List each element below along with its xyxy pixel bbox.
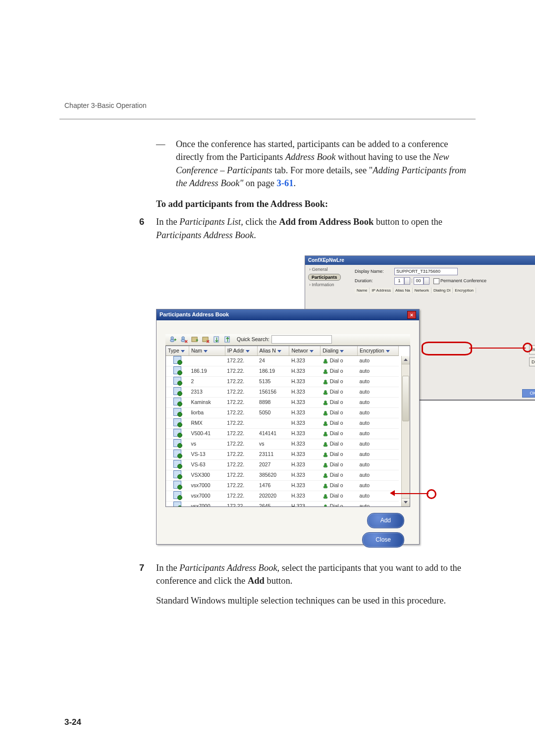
note-text: on page — [243, 178, 276, 188]
cell-name: VS-63 — [189, 459, 225, 470]
col-name[interactable]: Nam — [189, 346, 225, 355]
col-dialing[interactable]: Dialing — [321, 346, 358, 355]
sort-desc-icon — [340, 350, 344, 353]
cell-encryption: auto — [358, 355, 399, 366]
cell-alias: 5050 — [257, 407, 289, 418]
table-row[interactable]: 2313172.22.156156H.323Dial oauto — [166, 387, 399, 397]
participant-type-icon — [166, 428, 189, 439]
svg-rect-23 — [323, 393, 327, 395]
new-participant-icon[interactable] — [168, 335, 177, 344]
table-row[interactable]: VS-13172.22.23111H.323Dial oauto — [166, 449, 399, 459]
table-row[interactable]: 186.19172.22.186.19H.323Dial oauto — [166, 366, 399, 376]
table-row[interactable]: Kaminsk172.22.8898H.323Dial oauto — [166, 397, 399, 407]
close-button[interactable]: Close — [362, 532, 404, 548]
table-row[interactable]: liorba172.22.5050H.323Dial oauto — [166, 407, 399, 418]
delete-group-icon[interactable] — [201, 335, 210, 344]
cell-name: vsx7000 — [189, 491, 225, 501]
display-name-field[interactable]: SUPPORT_T3175680 — [394, 268, 458, 275]
svg-rect-35 — [323, 455, 327, 457]
duration-minutes-field[interactable]: 00 — [414, 277, 424, 285]
spinner-icon[interactable] — [404, 277, 410, 285]
scrollbar[interactable] — [401, 356, 410, 506]
cell-ip: 172.22. — [225, 470, 257, 480]
spinner-icon[interactable] — [424, 277, 429, 285]
permanent-checkbox[interactable] — [433, 278, 439, 284]
export-icon[interactable] — [223, 335, 232, 344]
xref-link[interactable]: 3-61 — [277, 178, 294, 188]
cell-network: H.323 — [289, 428, 321, 439]
col-encryption[interactable]: Encryption — [358, 346, 399, 355]
delete-participant-icon[interactable] — [179, 335, 188, 344]
duration-hours-field[interactable]: 1 — [394, 277, 404, 285]
cell-network: H.323 — [289, 407, 321, 418]
dial-out-button[interactable]: Dial Out Manually — [529, 357, 535, 367]
cell-alias: 2645 — [257, 501, 289, 507]
cell-dialing: Dial o — [321, 407, 358, 418]
scroll-down-icon[interactable] — [402, 498, 410, 506]
table-row[interactable]: vsx7000172.22.1476H.323Dial oauto — [166, 480, 399, 491]
cell-name: 2 — [189, 376, 225, 387]
svg-rect-43 — [323, 497, 327, 499]
close-icon[interactable]: × — [407, 311, 416, 319]
cell-dialing: Dial o — [321, 480, 358, 491]
step-text-bold: Add — [248, 576, 265, 586]
cell-ip: 172.22. — [225, 428, 257, 439]
participant-type-icon — [166, 501, 189, 507]
callout-line — [469, 348, 526, 349]
screenshot-dialogs: ConfXEpNwLre × › General Participants › … — [156, 255, 513, 553]
scroll-up-icon[interactable] — [402, 356, 410, 364]
table-row[interactable]: V500-41172.22.414141H.323Dial oauto — [166, 428, 399, 439]
add-button[interactable]: Add — [367, 513, 404, 528]
tab-information[interactable]: › Information — [308, 281, 341, 289]
cell-ip: 172.22. — [225, 418, 257, 428]
step-text: click the — [243, 217, 279, 227]
cell-name: RMX — [189, 418, 225, 428]
table-row[interactable]: VSX300172.22.385620H.323Dial oauto — [166, 470, 399, 480]
cell-alias: vs — [257, 439, 289, 449]
cell-ip: 172.22. — [225, 501, 257, 507]
callout-oval — [422, 342, 472, 355]
participant-type-icon — [166, 480, 189, 491]
col-type[interactable]: Type — [166, 346, 189, 355]
scroll-thumb[interactable] — [402, 376, 409, 421]
participant-type-icon — [166, 387, 189, 397]
col-ip[interactable]: IP Addr — [225, 346, 257, 355]
cell-name: vsx7000 — [189, 501, 225, 507]
cell-dialing: Dial o — [321, 491, 358, 501]
table-row[interactable]: vsx7000172.22.202020H.323Dial oauto — [166, 491, 399, 501]
tab-participants[interactable]: Participants — [308, 274, 341, 281]
table-row[interactable]: vsx7000172.22.2645H.323Dial oauto — [166, 501, 399, 507]
address-book-grid[interactable]: Type Nam IP Addr Alias N Networ Dialing … — [165, 346, 410, 507]
table-row[interactable]: RMX172.22.H.323Dial oauto — [166, 418, 399, 428]
quick-search-input[interactable] — [271, 335, 332, 344]
participant-type-icon — [166, 366, 189, 376]
svg-point-18 — [324, 369, 327, 372]
table-row[interactable]: 2172.22.5135H.323Dial oauto — [166, 376, 399, 387]
sort-desc-icon — [277, 350, 281, 353]
ok-button[interactable]: OK — [522, 389, 535, 398]
page-number: 3-24 — [64, 717, 81, 727]
cell-alias: 156156 — [257, 387, 289, 397]
col-network[interactable]: Networ — [289, 346, 321, 355]
address-book-dialog: Participants Address Book × — [156, 309, 420, 545]
col-alias[interactable]: Alias N — [257, 346, 289, 355]
cell-alias: 8898 — [257, 397, 289, 407]
cell-dialing: Dial o — [321, 449, 358, 459]
cell-encryption: auto — [358, 397, 399, 407]
svg-point-32 — [324, 442, 327, 445]
cell-network: H.323 — [289, 470, 321, 480]
sort-desc-icon — [181, 350, 185, 353]
table-row[interactable]: 172.22.24H.323Dial oauto — [166, 355, 399, 366]
tab-general[interactable]: › General — [308, 266, 341, 273]
import-icon[interactable] — [212, 335, 221, 344]
table-row[interactable]: VS-63172.22.2027H.323Dial oauto — [166, 459, 399, 470]
table-row[interactable]: vs172.22.vsH.323Dial oauto — [166, 439, 399, 449]
cell-ip: 172.22. — [225, 397, 257, 407]
display-name-label: Display Name: — [355, 268, 394, 275]
svg-point-38 — [324, 473, 327, 476]
svg-rect-29 — [323, 424, 327, 426]
cell-encryption: auto — [358, 366, 399, 376]
cell-dialing: Dial o — [321, 366, 358, 376]
svg-rect-8 — [191, 337, 197, 342]
new-group-icon[interactable] — [190, 335, 199, 344]
